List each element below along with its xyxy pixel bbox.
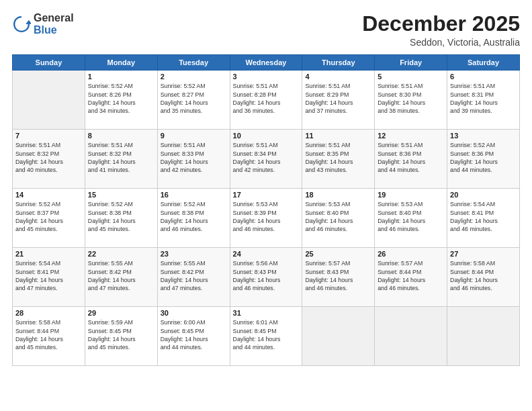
- day-number: 1: [88, 73, 154, 81]
- col-tuesday: Tuesday: [157, 55, 230, 71]
- col-wednesday: Wednesday: [230, 55, 302, 71]
- day-number: 4: [305, 73, 371, 81]
- day-number: 8: [88, 132, 154, 140]
- day-number: 23: [161, 250, 227, 258]
- day-info: Sunrise: 5:52 AM Sunset: 8:36 PM Dayligh…: [450, 141, 517, 174]
- day-info: Sunrise: 5:53 AM Sunset: 8:40 PM Dayligh…: [378, 200, 444, 233]
- day-number: 28: [15, 309, 82, 317]
- page: General Blue December 2025 Seddon, Victo…: [0, 0, 532, 411]
- day-info: Sunrise: 5:51 AM Sunset: 8:32 PM Dayligh…: [88, 141, 154, 174]
- calendar-cell: 29Sunrise: 5:59 AM Sunset: 8:45 PM Dayli…: [85, 307, 157, 366]
- month-title: December 2025: [362, 12, 520, 36]
- calendar-cell: 2Sunrise: 5:52 AM Sunset: 8:27 PM Daylig…: [157, 71, 230, 130]
- col-saturday: Saturday: [447, 55, 520, 71]
- calendar-cell: 5Sunrise: 5:51 AM Sunset: 8:30 PM Daylig…: [375, 71, 447, 130]
- calendar-table: Sunday Monday Tuesday Wednesday Thursday…: [12, 54, 520, 366]
- day-info: Sunrise: 5:59 AM Sunset: 8:45 PM Dayligh…: [88, 318, 154, 351]
- calendar-cell: 12Sunrise: 5:51 AM Sunset: 8:36 PM Dayli…: [375, 130, 447, 189]
- title-area: December 2025 Seddon, Victoria, Australi…: [362, 12, 520, 48]
- day-number: 11: [305, 132, 371, 140]
- day-number: 10: [233, 132, 300, 140]
- day-number: 12: [378, 132, 444, 140]
- day-number: 26: [378, 250, 444, 258]
- day-number: 27: [450, 250, 517, 258]
- day-info: Sunrise: 6:00 AM Sunset: 8:45 PM Dayligh…: [161, 318, 227, 351]
- header-row: Sunday Monday Tuesday Wednesday Thursday…: [13, 55, 520, 71]
- calendar-cell: [13, 71, 85, 130]
- calendar-cell: 13Sunrise: 5:52 AM Sunset: 8:36 PM Dayli…: [447, 130, 520, 189]
- calendar-cell: 1Sunrise: 5:52 AM Sunset: 8:26 PM Daylig…: [85, 71, 157, 130]
- logo-text: General Blue: [34, 12, 74, 36]
- calendar-cell: 25Sunrise: 5:57 AM Sunset: 8:43 PM Dayli…: [302, 248, 375, 307]
- calendar-cell: 11Sunrise: 5:51 AM Sunset: 8:35 PM Dayli…: [302, 130, 375, 189]
- calendar-cell: 6Sunrise: 5:51 AM Sunset: 8:31 PM Daylig…: [447, 71, 520, 130]
- day-info: Sunrise: 5:57 AM Sunset: 8:43 PM Dayligh…: [305, 259, 371, 292]
- calendar-cell: 22Sunrise: 5:55 AM Sunset: 8:42 PM Dayli…: [85, 248, 157, 307]
- logo-general: General: [34, 12, 74, 24]
- calendar-cell: 19Sunrise: 5:53 AM Sunset: 8:40 PM Dayli…: [375, 189, 447, 248]
- calendar-cell: 14Sunrise: 5:52 AM Sunset: 8:37 PM Dayli…: [13, 189, 85, 248]
- calendar-cell: [302, 307, 375, 366]
- day-number: 20: [450, 191, 517, 199]
- day-number: 17: [233, 191, 300, 199]
- day-info: Sunrise: 5:52 AM Sunset: 8:37 PM Dayligh…: [15, 200, 82, 233]
- day-info: Sunrise: 5:58 AM Sunset: 8:44 PM Dayligh…: [450, 259, 517, 292]
- day-info: Sunrise: 5:54 AM Sunset: 8:41 PM Dayligh…: [450, 200, 517, 233]
- day-info: Sunrise: 5:52 AM Sunset: 8:38 PM Dayligh…: [161, 200, 227, 233]
- day-number: 22: [88, 250, 154, 258]
- calendar-cell: 10Sunrise: 5:51 AM Sunset: 8:34 PM Dayli…: [230, 130, 302, 189]
- day-info: Sunrise: 5:55 AM Sunset: 8:42 PM Dayligh…: [88, 259, 154, 292]
- day-number: 9: [161, 132, 227, 140]
- day-number: 29: [88, 309, 154, 317]
- calendar-week-1: 1Sunrise: 5:52 AM Sunset: 8:26 PM Daylig…: [13, 71, 520, 130]
- calendar-cell: 3Sunrise: 5:51 AM Sunset: 8:28 PM Daylig…: [230, 71, 302, 130]
- calendar-cell: [375, 307, 447, 366]
- day-number: 2: [161, 73, 227, 81]
- day-info: Sunrise: 5:51 AM Sunset: 8:32 PM Dayligh…: [15, 141, 82, 174]
- calendar-cell: 30Sunrise: 6:00 AM Sunset: 8:45 PM Dayli…: [157, 307, 230, 366]
- day-info: Sunrise: 5:51 AM Sunset: 8:36 PM Dayligh…: [378, 141, 444, 174]
- logo-icon: [12, 15, 31, 34]
- day-number: 30: [161, 309, 227, 317]
- day-number: 24: [233, 250, 300, 258]
- day-number: 18: [305, 191, 371, 199]
- day-number: 16: [161, 191, 227, 199]
- calendar-cell: 21Sunrise: 5:54 AM Sunset: 8:41 PM Dayli…: [13, 248, 85, 307]
- day-info: Sunrise: 5:54 AM Sunset: 8:41 PM Dayligh…: [15, 259, 82, 292]
- day-info: Sunrise: 5:52 AM Sunset: 8:27 PM Dayligh…: [161, 82, 227, 115]
- col-friday: Friday: [375, 55, 447, 71]
- calendar-cell: 31Sunrise: 6:01 AM Sunset: 8:45 PM Dayli…: [230, 307, 302, 366]
- calendar-header: Sunday Monday Tuesday Wednesday Thursday…: [13, 55, 520, 71]
- col-sunday: Sunday: [13, 55, 85, 71]
- day-info: Sunrise: 5:51 AM Sunset: 8:28 PM Dayligh…: [233, 82, 300, 115]
- day-info: Sunrise: 5:53 AM Sunset: 8:39 PM Dayligh…: [233, 200, 300, 233]
- day-info: Sunrise: 5:51 AM Sunset: 8:34 PM Dayligh…: [233, 141, 300, 174]
- day-info: Sunrise: 5:51 AM Sunset: 8:29 PM Dayligh…: [305, 82, 371, 115]
- calendar-cell: 20Sunrise: 5:54 AM Sunset: 8:41 PM Dayli…: [447, 189, 520, 248]
- svg-marker-0: [26, 20, 31, 24]
- day-number: 6: [450, 73, 517, 81]
- calendar-cell: 16Sunrise: 5:52 AM Sunset: 8:38 PM Dayli…: [157, 189, 230, 248]
- col-monday: Monday: [85, 55, 157, 71]
- day-info: Sunrise: 6:01 AM Sunset: 8:45 PM Dayligh…: [233, 318, 300, 351]
- day-info: Sunrise: 5:51 AM Sunset: 8:31 PM Dayligh…: [450, 82, 517, 115]
- day-info: Sunrise: 5:53 AM Sunset: 8:40 PM Dayligh…: [305, 200, 371, 233]
- calendar-cell: 26Sunrise: 5:57 AM Sunset: 8:44 PM Dayli…: [375, 248, 447, 307]
- day-info: Sunrise: 5:56 AM Sunset: 8:43 PM Dayligh…: [233, 259, 300, 292]
- calendar-week-4: 21Sunrise: 5:54 AM Sunset: 8:41 PM Dayli…: [13, 248, 520, 307]
- day-number: 25: [305, 250, 371, 258]
- day-info: Sunrise: 5:51 AM Sunset: 8:35 PM Dayligh…: [305, 141, 371, 174]
- calendar-cell: 27Sunrise: 5:58 AM Sunset: 8:44 PM Dayli…: [447, 248, 520, 307]
- day-number: 21: [15, 250, 82, 258]
- col-thursday: Thursday: [302, 55, 375, 71]
- calendar-cell: 15Sunrise: 5:52 AM Sunset: 8:38 PM Dayli…: [85, 189, 157, 248]
- logo: General Blue: [12, 12, 74, 36]
- day-info: Sunrise: 5:55 AM Sunset: 8:42 PM Dayligh…: [161, 259, 227, 292]
- day-number: 19: [378, 191, 444, 199]
- header: General Blue December 2025 Seddon, Victo…: [12, 12, 520, 48]
- calendar-cell: 4Sunrise: 5:51 AM Sunset: 8:29 PM Daylig…: [302, 71, 375, 130]
- day-info: Sunrise: 5:52 AM Sunset: 8:26 PM Dayligh…: [88, 82, 154, 115]
- day-info: Sunrise: 5:58 AM Sunset: 8:44 PM Dayligh…: [15, 318, 82, 351]
- day-number: 3: [233, 73, 300, 81]
- calendar-cell: 23Sunrise: 5:55 AM Sunset: 8:42 PM Dayli…: [157, 248, 230, 307]
